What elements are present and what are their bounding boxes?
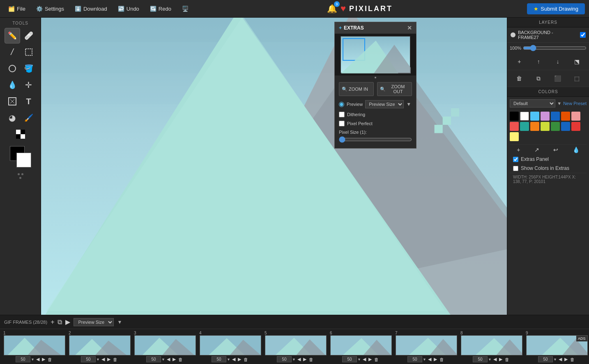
swatch-amber[interactable] — [530, 122, 539, 131]
swatch-red[interactable] — [510, 122, 519, 131]
download-menu[interactable]: ⬇️ Download — [71, 4, 111, 14]
swatch-purple[interactable] — [541, 112, 550, 121]
duplicate-layer-button[interactable]: ⧉ — [533, 73, 544, 84]
frame-next-5[interactable]: ▶ — [302, 356, 307, 362]
frame-next-8[interactable]: ▶ — [498, 356, 503, 362]
frame-thumb-8[interactable] — [461, 335, 522, 355]
frame-thumb-3[interactable] — [134, 335, 196, 355]
frame-prev-2[interactable]: ◀ — [101, 356, 106, 362]
frame-next-3[interactable]: ▶ — [172, 356, 177, 362]
frame-delete-5[interactable]: 🗑 — [308, 357, 314, 362]
swatch-black[interactable] — [510, 112, 519, 121]
display-button[interactable]: 🖥️ — [178, 4, 193, 14]
frame-delete-6[interactable]: 🗑 — [373, 357, 380, 362]
zoom-out-button[interactable]: 🔍 ZOOM OUT — [377, 82, 412, 96]
zoom-slider[interactable] — [523, 45, 587, 51]
file-menu[interactable]: 🗂️ File — [4, 4, 30, 14]
frame-delay-input-2[interactable] — [81, 356, 96, 362]
swatch-white[interactable] — [520, 112, 529, 121]
frame-delete-7[interactable]: 🗑 — [439, 357, 445, 362]
swatch-pink[interactable] — [571, 112, 580, 121]
frame-delete-2[interactable]: 🗑 — [112, 357, 118, 362]
new-preset-button[interactable]: New Preset — [563, 101, 587, 106]
flatten-button[interactable]: ⬚ — [571, 73, 583, 84]
eraser-tool[interactable]: 🩹 — [21, 28, 37, 43]
extras-preview-canvas[interactable] — [341, 36, 410, 73]
pencil-tool[interactable]: ✏️ — [5, 28, 20, 43]
frame-prev-6[interactable]: ◀ — [362, 356, 367, 362]
frame-next-2[interactable]: ▶ — [106, 356, 111, 362]
swatch-blue-light[interactable] — [530, 112, 539, 121]
frame-delete-9[interactable]: 🗑 — [569, 357, 575, 362]
frame-prev-8[interactable]: ◀ — [492, 356, 497, 362]
merge-down-button[interactable]: ⬛ — [552, 73, 564, 84]
submit-button[interactable]: ★ Submit Drawing — [527, 3, 585, 14]
frame-next-4[interactable]: ▶ — [237, 356, 242, 362]
frame-delay-input-5[interactable] — [277, 356, 292, 362]
frame-prev-1[interactable]: ◀ — [35, 356, 40, 362]
frame-prev-7[interactable]: ◀ — [427, 356, 432, 362]
frame-delay-input-1[interactable] — [16, 356, 30, 362]
preview-size-select[interactable]: Preview Size 1x 2x — [365, 100, 404, 108]
swatch-green[interactable] — [551, 122, 560, 131]
preview-size-select[interactable]: Preview Size 1x 2x — [74, 318, 114, 326]
text-tool[interactable]: T — [21, 94, 37, 109]
swatch-teal[interactable] — [520, 122, 529, 131]
undo-color-button[interactable]: ↩ — [553, 147, 558, 153]
select-tool[interactable] — [21, 44, 37, 60]
layer-checkbox[interactable] — [580, 32, 586, 38]
dither-tool[interactable] — [13, 126, 28, 142]
add-layer-button[interactable]: + — [513, 56, 525, 67]
stamp-tool[interactable] — [5, 94, 20, 109]
pixel-size-slider[interactable] — [339, 136, 412, 143]
layer-item[interactable]: BACKGROUND -FRAME27 — [507, 27, 589, 43]
frame-delay-input-8[interactable] — [473, 356, 488, 362]
eyedropper-tool[interactable]: 💧 — [5, 77, 20, 93]
frame-thumb-2[interactable] — [69, 335, 131, 355]
settings-menu[interactable]: ⚙️ Settings — [32, 4, 68, 14]
show-colors-checkbox[interactable] — [513, 166, 518, 171]
foreground-color[interactable] — [16, 153, 31, 167]
frame-thumb-5[interactable] — [265, 335, 327, 355]
frame-delay-input-6[interactable] — [342, 356, 357, 362]
frame-prev-4[interactable]: ◀ — [231, 356, 236, 362]
move-up-button[interactable]: ↑ — [533, 56, 544, 67]
frame-next-6[interactable]: ▶ — [368, 356, 373, 362]
frame-thumb-4[interactable] — [200, 335, 261, 355]
frame-prev-5[interactable]: ◀ — [297, 356, 301, 362]
frame-delay-input-4[interactable] — [212, 356, 226, 362]
pixel-perfect-checkbox[interactable] — [339, 121, 345, 126]
frame-delay-input-3[interactable] — [146, 356, 161, 362]
add-frame-button[interactable]: + — [51, 318, 54, 326]
frame-next-1[interactable]: ▶ — [41, 356, 46, 362]
export-layer-button[interactable]: ⬔ — [571, 56, 583, 67]
undo-button[interactable]: ↩️ Undo — [114, 4, 143, 14]
frame-next-7[interactable]: ▶ — [433, 356, 438, 362]
frame-delete-3[interactable]: 🗑 — [177, 357, 184, 362]
swatch-blue-dark[interactable] — [551, 112, 560, 121]
preview-radio[interactable] — [339, 102, 344, 107]
notification-badge[interactable]: 🔔 9 — [327, 4, 337, 14]
palette-select[interactable]: Default — [510, 99, 555, 108]
move-down-button[interactable]: ↓ — [552, 56, 564, 67]
line-tool[interactable]: / — [5, 44, 20, 60]
canvas-area[interactable]: + EXTRAS ✕ — [41, 18, 507, 315]
share-colors-button[interactable]: ↗ — [534, 147, 539, 153]
fill-tool[interactable]: 🪣 — [21, 61, 37, 76]
play-button[interactable]: ▶ — [65, 318, 70, 326]
frame-thumb-9[interactable]: ADS — [526, 335, 588, 355]
dithering-checkbox[interactable] — [339, 112, 345, 117]
frame-prev-3[interactable]: ◀ — [166, 356, 171, 362]
extras-close-button[interactable]: ✕ — [407, 25, 412, 31]
swatch-lime[interactable] — [541, 122, 550, 131]
duplicate-frame-button[interactable]: ⧉ — [58, 318, 62, 326]
frame-thumb-6[interactable] — [330, 335, 392, 355]
swatch-yellow[interactable] — [510, 132, 519, 141]
redo-button[interactable]: ↪️ Redo — [146, 4, 175, 14]
swatch-orange[interactable] — [561, 112, 570, 121]
color-preview[interactable] — [10, 146, 31, 167]
frame-next-9[interactable]: ▶ — [564, 356, 568, 362]
frame-prev-9[interactable]: ◀ — [558, 356, 563, 362]
frame-thumb-7[interactable] — [396, 335, 457, 355]
delete-layer-button[interactable]: 🗑 — [513, 73, 525, 84]
